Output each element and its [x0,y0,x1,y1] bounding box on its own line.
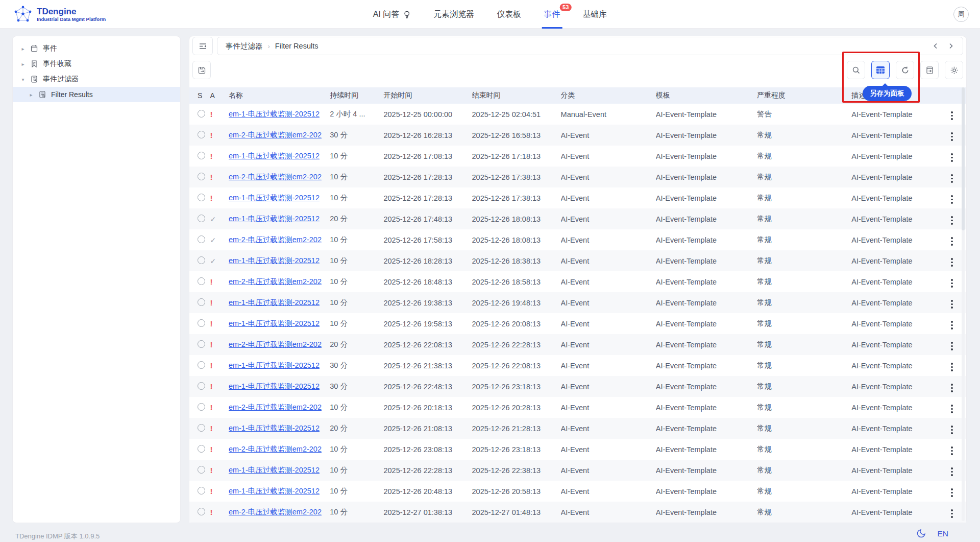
table-row[interactable]: ! em-2-电压过载监测em2-202 10 分 2025-12-26 23:… [189,439,966,460]
nav-item-ai-qa[interactable]: AI 问答 [373,0,411,29]
row-actions-kebab-icon[interactable] [947,403,957,415]
event-name-link[interactable]: em-1-电压过载监测-202512 [229,109,330,119]
event-name-link[interactable]: em-1-电压过载监测-202512 [229,193,330,203]
table-view-button[interactable] [871,61,890,79]
caret-right-icon[interactable]: ▸ [20,61,26,67]
row-actions-kebab-icon[interactable] [947,423,957,436]
language-toggle[interactable]: EN [937,529,948,538]
event-name-link[interactable]: em-2-电压过载监测em2-202 [229,507,330,517]
row-actions-kebab-icon[interactable] [947,235,957,248]
row-actions-kebab-icon[interactable] [947,444,957,457]
event-name-link[interactable]: em-1-电压过载监测-202512 [229,214,330,224]
event-name-link[interactable]: em-1-电压过载监测-202512 [229,486,330,496]
row-actions-kebab-icon[interactable] [947,214,957,227]
nav-item-base-library[interactable]: 基础库 [582,0,607,29]
table-row[interactable]: ! em-2-电压过载监测em2-202 10 分 2025-12-26 20:… [189,397,966,418]
sidebar-item-events[interactable]: ▸ 事件 [13,41,180,56]
event-name-link[interactable]: em-2-电压过载监测em2-202 [229,444,330,454]
breadcrumb-parent-link[interactable]: 事件过滤器 [226,41,263,51]
table-row[interactable]: ! em-1-电压过载监测-202512 10 分 2025-12-26 19:… [189,292,966,313]
caret-right-icon[interactable]: ▸ [20,46,26,52]
row-actions-kebab-icon[interactable] [947,507,957,520]
row-status-circle[interactable] [198,466,205,474]
event-name-link[interactable]: em-2-电压过载监测em2-202 [229,340,330,349]
event-name-link[interactable]: em-1-电压过载监测-202512 [229,319,330,328]
table-row[interactable]: ! em-1-电压过载监测-202512 10 分 2025-12-26 22:… [189,460,966,481]
row-actions-kebab-icon[interactable] [947,486,957,499]
event-name-link[interactable]: em-1-电压过载监测-202512 [229,151,330,161]
row-status-circle[interactable] [198,131,205,138]
table-row[interactable]: ! em-1-电压过载监测-202512 10 分 2025-12-26 17:… [189,146,966,167]
save-filter-button[interactable] [192,61,211,79]
row-status-circle[interactable] [198,508,205,515]
row-status-circle[interactable] [198,340,205,348]
table-scrollbar[interactable] [962,87,965,521]
row-status-circle[interactable] [198,319,205,327]
row-actions-kebab-icon[interactable] [947,277,957,290]
row-actions-kebab-icon[interactable] [947,319,957,332]
event-name-link[interactable]: em-2-电压过载监测em2-202 [229,235,330,245]
row-status-circle[interactable] [198,256,205,264]
collapse-sidebar-button[interactable] [192,37,213,55]
event-name-link[interactable]: em-1-电压过载监测-202512 [229,382,330,391]
row-status-circle[interactable] [198,361,205,369]
row-actions-kebab-icon[interactable] [947,256,957,269]
row-actions-kebab-icon[interactable] [947,361,957,373]
history-forward-icon[interactable] [947,42,954,50]
settings-gear-button[interactable] [945,61,963,79]
scrollbar-thumb[interactable] [962,87,965,230]
row-status-circle[interactable] [198,403,205,411]
table-row[interactable]: ✓ em-1-电压过载监测-202512 10 分 2025-12-26 18:… [189,250,966,271]
event-name-link[interactable]: em-2-电压过载监测em2-202 [229,277,330,287]
table-row[interactable]: ! em-1-电压过载监测-202512 30 分 2025-12-26 22:… [189,376,966,397]
caret-down-icon[interactable]: ▾ [20,77,26,82]
event-name-link[interactable]: em-1-电压过载监测-202512 [229,465,330,475]
search-button[interactable] [847,61,865,79]
refresh-button[interactable] [896,61,914,79]
event-name-link[interactable]: em-2-电压过载监测em2-202 [229,130,330,140]
row-actions-kebab-icon[interactable] [947,340,957,352]
row-actions-kebab-icon[interactable] [947,298,957,311]
row-actions-kebab-icon[interactable] [947,151,957,164]
brand-logo[interactable]: TDengine Industrial Data Mgmt Platform [13,5,106,24]
nav-item-element-browser[interactable]: 元素浏览器 [433,0,474,29]
table-row[interactable]: ! em-2-电压过载监测em2-202 10 分 2025-12-27 01:… [189,502,966,523]
row-actions-kebab-icon[interactable] [947,193,957,206]
row-status-circle[interactable] [198,277,205,285]
row-actions-kebab-icon[interactable] [947,382,957,394]
row-status-circle[interactable] [198,173,205,180]
row-status-circle[interactable] [198,382,205,390]
history-back-icon[interactable] [932,42,939,50]
table-row[interactable]: ! em-1-电压过载监测-202512 30 分 2025-12-26 21:… [189,355,966,376]
user-avatar[interactable]: 周 [953,7,969,22]
dark-mode-moon-icon[interactable] [916,528,927,538]
table-row[interactable]: ! em-2-电压过载监测em2-202 10 分 2025-12-26 17:… [189,167,966,187]
row-status-circle[interactable] [198,215,205,222]
table-row[interactable]: ! em-1-电压过载监测-202512 10 分 2025-12-26 20:… [189,481,966,502]
table-row[interactable]: ! em-1-电压过载监测-202512 10 分 2025-12-26 19:… [189,313,966,334]
row-status-circle[interactable] [198,152,205,159]
event-name-link[interactable]: em-1-电压过载监测-202512 [229,298,330,308]
caret-right-icon[interactable]: ▸ [29,92,34,98]
table-row[interactable]: ! em-1-电压过载监测-202512 20 分 2025-12-26 21:… [189,418,966,439]
row-status-circle[interactable] [198,424,205,432]
event-name-link[interactable]: em-2-电压过载监测em2-202 [229,172,330,182]
table-row[interactable]: ! em-1-电压过载监测-202512 2 小时 4 ... 2025-12-… [189,104,966,125]
nav-item-dashboard[interactable]: 仪表板 [497,0,521,29]
table-row[interactable]: ✓ em-1-电压过载监测-202512 20 分 2025-12-26 17:… [189,208,966,229]
event-name-link[interactable]: em-2-电压过载监测em2-202 [229,403,330,412]
row-status-circle[interactable] [198,194,205,201]
table-row[interactable]: ! em-2-电压过载监测em2-202 10 分 2025-12-26 18:… [189,271,966,292]
table-row[interactable]: ! em-2-电压过载监测em2-202 30 分 2025-12-26 16:… [189,125,966,146]
sidebar-item-event-filters[interactable]: ▾ 事件过滤器 [13,72,180,87]
table-row[interactable]: ! em-2-电压过载监测em2-202 20 分 2025-12-26 22:… [189,334,966,355]
row-status-circle[interactable] [198,487,205,494]
row-status-circle[interactable] [198,298,205,306]
event-name-link[interactable]: em-1-电压过载监测-202512 [229,361,330,370]
sidebar-item-event-favorites[interactable]: ▸ 事件收藏 [13,56,180,72]
row-actions-kebab-icon[interactable] [947,172,957,185]
table-row[interactable]: ✓ em-2-电压过载监测em2-202 10 分 2025-12-26 17:… [189,229,966,250]
row-status-circle[interactable] [198,110,205,117]
nav-item-events[interactable]: 事件 53 [544,0,560,29]
row-actions-kebab-icon[interactable] [947,109,957,122]
